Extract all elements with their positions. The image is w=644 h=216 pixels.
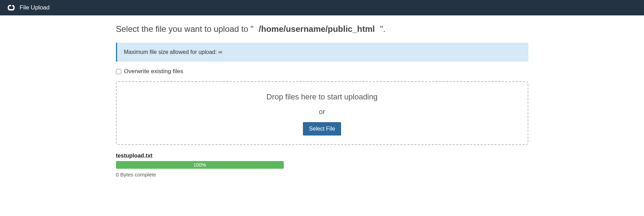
dropzone-or: or xyxy=(124,108,521,116)
progress-bar: 100% xyxy=(116,161,284,169)
heading-suffix: ". xyxy=(380,24,385,34)
progress-percent: 100% xyxy=(194,162,206,168)
header-title: File Upload xyxy=(20,4,50,11)
upload-path: /home/username/public_html xyxy=(254,24,380,34)
heading-prefix: Select the file you want to upload to " xyxy=(116,24,254,34)
progress-fill: 100% xyxy=(116,161,284,169)
dropzone-text: Drop files here to start uploading xyxy=(124,92,521,102)
app-header: File Upload xyxy=(0,0,644,15)
overwrite-checkbox[interactable] xyxy=(116,69,121,74)
file-upload-item: testupload.txt 100% 0 Bytes complete xyxy=(116,153,528,177)
uploaded-file-name: testupload.txt xyxy=(116,153,528,159)
complete-text: 0 Bytes complete xyxy=(116,172,528,177)
upload-heading: Select the file you want to upload to "/… xyxy=(116,24,528,34)
overwrite-row: Overwrite existing files xyxy=(116,68,528,75)
dropzone[interactable]: Drop files here to start uploading or Se… xyxy=(116,81,528,145)
overwrite-label[interactable]: Overwrite existing files xyxy=(124,68,183,75)
main-content: Select the file you want to upload to "/… xyxy=(109,15,535,191)
info-box: Maximum file size allowed for upload: ∞ xyxy=(116,43,528,62)
select-file-button[interactable]: Select File xyxy=(303,122,341,135)
cpanel-logo-icon xyxy=(7,4,15,12)
info-message: Maximum file size allowed for upload: ∞ xyxy=(124,49,223,55)
